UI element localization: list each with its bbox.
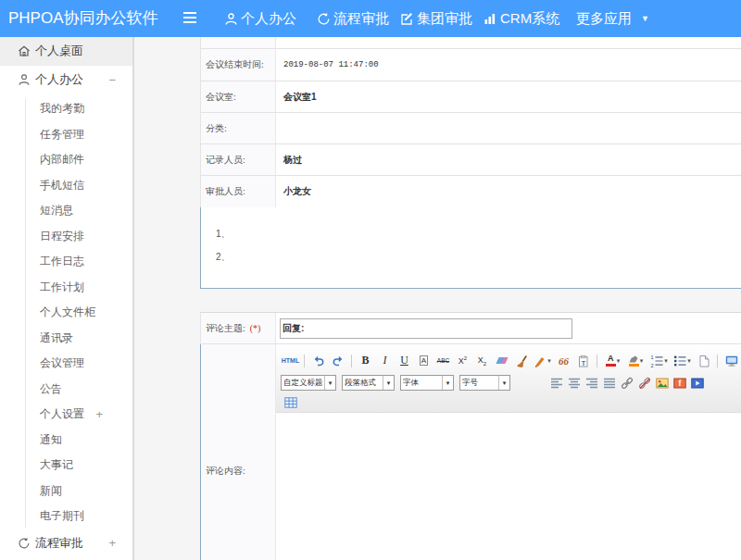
row-label: 分类: [201,113,276,143]
comment-subject-input[interactable] [280,318,572,339]
table-button[interactable] [281,395,300,411]
font-color-button[interactable]: A▾ [601,353,624,368]
undo-button[interactable] [308,353,328,368]
sidebar-item-label: 通讯录 [40,330,73,346]
editor-content[interactable] [276,413,741,560]
sidebar-item[interactable]: 个人文件柜 [0,300,132,326]
flash-button[interactable]: f [671,375,688,391]
meeting-info-row: 记录人员:杨过 [200,144,741,176]
sidebar-section-label: 流程审批 [35,535,83,552]
row-label: 会议结束时间: [201,49,276,81]
sidebar-section-personal-office[interactable]: 个人办公 − [0,66,132,93]
sidebar-submenu: 我的考勤任务管理内部邮件手机短信短消息日程安排工作日志工作计划个人文件柜通讯录会… [0,96,132,529]
nav-item-more-apps[interactable]: 更多应用 ▼ [576,0,649,37]
align-left-button[interactable] [547,375,565,391]
sidebar-item[interactable]: 日程安排 [0,224,132,250]
sidebar-item[interactable]: 新闻 [0,479,132,504]
menu-icon[interactable] [183,12,196,26]
sidebar-item[interactable]: 任务管理 [0,122,132,148]
sidebar-item-label: 手机短信 [40,178,84,193]
sidebar-item[interactable]: 短消息 [0,198,132,224]
subscript-button[interactable]: X2 [472,353,492,368]
highlight-button[interactable]: ▾ [624,353,647,368]
image-button[interactable] [653,375,671,391]
sidebar-item[interactable]: 手机短信 [0,173,132,199]
comment-subject-label: 评论主题: [206,322,245,335]
row-label: 记录人员: [201,144,276,175]
sidebar-item[interactable]: 电子期刊 [0,504,132,529]
caret-down-icon: ▾ [383,376,394,390]
align-center-button[interactable] [565,375,583,391]
sidebar-item-label: 短消息 [40,203,73,218]
chart-icon [484,12,496,25]
strikethrough-button[interactable]: ABC [433,353,453,368]
superscript-button[interactable]: X2 [453,353,472,368]
sidebar-item[interactable]: 会议管理 [0,351,132,377]
underline-button[interactable]: U [395,353,414,368]
media-button[interactable] [688,375,706,391]
nav-label: 个人办公 [241,10,296,28]
italic-button[interactable]: I [375,353,395,368]
sidebar-item[interactable]: 我的考勤 [0,96,132,122]
html-source-button[interactable]: HTML [281,353,300,368]
redo-button[interactable] [328,353,347,368]
edit-icon [400,12,413,25]
sidebar-item-desktop[interactable]: 个人桌面 [0,37,132,66]
blockquote-button[interactable]: 66 [554,353,573,368]
editor-dropdown[interactable]: 字体▾ [400,375,454,391]
sidebar-item-label: 电子期刊 [40,508,84,524]
row-value: 小龙女 [276,176,741,207]
person-icon [224,12,237,25]
sidebar-item[interactable]: 工作计划 [0,275,132,301]
align-justify-button[interactable] [600,375,618,391]
sidebar-item[interactable]: 工作日志 [0,249,132,275]
bold-button[interactable]: B [356,353,375,368]
font-box-button[interactable]: A [414,353,433,368]
content-line: 2、 [216,245,741,268]
app-title: PHPOA协同办公软件 [8,0,158,37]
align-right-button[interactable] [583,375,600,391]
caret-down-icon: ▾ [664,357,668,365]
paste-text-button[interactable]: T [573,353,593,368]
sidebar-section-workflow[interactable]: 流程审批 + [0,529,132,557]
editor-dropdown[interactable]: 自定义标题▾ [281,375,336,391]
editor-dropdown[interactable]: 字号▾ [459,375,510,391]
home-icon [18,44,31,57]
svg-text:T: T [581,359,585,366]
collapse-icon[interactable]: − [108,73,116,87]
required-mark: (*) [250,323,261,333]
nav-item-group-approval[interactable]: 集团审批 [400,0,472,37]
sidebar-item-label: 日程安排 [40,229,84,244]
eraser-button[interactable] [492,353,511,368]
sidebar-item[interactable]: 个人设置+ [0,402,132,428]
sidebar-item[interactable]: 通讯录 [0,326,132,352]
sidebar-item-label: 大事记 [40,457,73,473]
new-page-button[interactable] [694,353,713,368]
sidebar-item-label: 工作计划 [40,280,84,295]
comment-form-table: 评论主题: (*) 评论内容: HTMLBIUAABCX2X2▾66TA▾▾12… [200,312,741,560]
toolbar-separator [351,355,352,367]
svg-text:2: 2 [651,362,654,367]
row-value [276,113,741,143]
sidebar-item[interactable]: 公告 [0,377,132,403]
expand-icon[interactable]: + [108,536,116,550]
rich-text-editor: HTMLBIUAABCX2X2▾66TA▾▾12▾▾ 自定义标题▾段落格式▾字体… [276,344,741,560]
unlink-button[interactable] [635,375,653,391]
nav-item-personal-office[interactable]: 个人办公 [224,0,296,37]
quick-format-button[interactable]: ▾ [531,353,554,368]
sidebar-item-label: 个人设置 [40,406,84,422]
sidebar-item[interactable]: 大事记 [0,453,132,479]
link-button[interactable] [618,375,635,391]
format-brush-button[interactable] [511,353,531,368]
sidebar-item[interactable]: 内部邮件 [0,147,132,173]
editor-dropdown[interactable]: 段落格式▾ [342,375,395,391]
sidebar-item-label: 内部邮件 [40,152,84,168]
fullscreen-button[interactable] [722,353,741,368]
row-value: 2019-08-07 11:47:00 [276,49,741,81]
ordered-list-button[interactable]: 12▾ [647,353,671,368]
expand-icon[interactable]: + [95,407,103,421]
unordered-list-button[interactable]: ▾ [671,353,694,368]
nav-item-crm[interactable]: CRM系统 [484,0,559,37]
sidebar-item[interactable]: 通知 [0,428,132,454]
nav-item-workflow-approval[interactable]: 流程审批 [317,0,389,37]
